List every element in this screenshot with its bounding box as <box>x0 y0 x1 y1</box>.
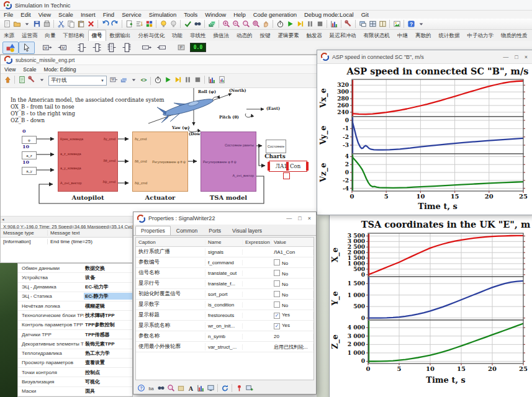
redo-icon[interactable] <box>110 19 120 29</box>
blocks-icon[interactable] <box>144 19 154 29</box>
menu-item[interactable]: Scale <box>19 66 40 73</box>
bulb-on-icon[interactable] <box>158 19 168 29</box>
schematic-titlebar[interactable]: subsonic_missile_eng.prt <box>1 55 317 65</box>
menu-item[interactable]: Scale <box>55 11 77 18</box>
palette-tab[interactable]: 向量 <box>42 30 60 41</box>
library-list-item[interactable]: Обмен данными 数据交换 <box>18 264 132 273</box>
menu-item[interactable]: Insert <box>77 11 99 18</box>
library-list-item[interactable]: Маски 面具 <box>18 387 132 396</box>
menu-item[interactable]: File <box>0 11 17 18</box>
inport-icon[interactable]: M <box>40 42 55 53</box>
palette-tab[interactable]: 功能 <box>168 30 186 41</box>
menu-item[interactable]: Find <box>99 11 118 18</box>
palette-tab[interactable]: 统计数据 <box>435 30 464 41</box>
delete-icon[interactable] <box>86 19 96 29</box>
save-icon[interactable] <box>32 19 42 29</box>
close-button[interactable]: × <box>308 215 311 221</box>
checkbox[interactable] <box>274 259 280 265</box>
source-block-ay[interactable]: a_y <box>22 167 37 175</box>
signal-writer-block[interactable]: ЛА1_Con <box>269 161 307 172</box>
checkbox[interactable] <box>274 291 280 297</box>
property-value[interactable]: No <box>271 259 313 266</box>
checkbox[interactable]: ✓ <box>274 323 280 329</box>
find-icon[interactable] <box>192 19 202 29</box>
library-list-item[interactable]: Просмотр параметров 查看设置 <box>18 359 132 368</box>
palette-tab[interactable]: 按键 <box>256 30 274 41</box>
palette-tab[interactable]: 离散的 <box>412 30 435 41</box>
code-icon[interactable]: <> <box>138 75 148 84</box>
menu-item[interactable]: Help <box>230 11 250 18</box>
column-header[interactable]: Expression <box>243 239 271 245</box>
palette-tab[interactable]: 中子动力学 <box>464 30 498 41</box>
property-value[interactable]: No <box>271 270 313 277</box>
checkbox[interactable]: ✓ <box>274 313 280 319</box>
property-value[interactable]: ✓Yes <box>271 312 313 319</box>
pause-icon[interactable] <box>183 75 192 84</box>
property-row[interactable]: 参数名称 n_symb 20 <box>136 331 313 342</box>
menu-item[interactable]: View <box>1 66 19 73</box>
pause-icon[interactable] <box>305 19 315 29</box>
palette-tab[interactable]: 延迟和冲动 <box>326 30 360 41</box>
param-icon[interactable]: P <box>174 42 189 53</box>
help-circle-icon[interactable]: ? <box>136 383 146 393</box>
property-value[interactable]: No <box>271 280 313 287</box>
minimize-button[interactable]: — <box>286 215 292 221</box>
scroll-left-button[interactable]: ◂ <box>2 217 4 222</box>
mux-wide-icon[interactable] <box>104 42 119 53</box>
minimize-button[interactable]: — <box>503 54 508 60</box>
library-list-item[interactable]: Визуализация 可视化 <box>18 377 132 386</box>
open-file-icon[interactable] <box>12 19 22 29</box>
wrench-icon[interactable] <box>27 75 37 84</box>
property-row[interactable]: 初始化时覆盖信号 sort_port No <box>136 289 313 300</box>
layers-icon[interactable] <box>207 19 217 29</box>
menu-item[interactable]: Tools <box>180 11 201 18</box>
chart-icon[interactable] <box>329 19 339 29</box>
tsa-model-block[interactable]: Регулирование φ θ ψ Состояние ракеты A_o… <box>201 132 256 192</box>
menu-item[interactable]: View <box>35 11 55 18</box>
cursor-icon[interactable] <box>19 42 35 54</box>
menu-item[interactable]: Git <box>358 11 372 18</box>
window-book-icon[interactable] <box>377 19 387 29</box>
selection-handle[interactable] <box>268 162 270 171</box>
palette-tab[interactable]: 动态的 <box>233 30 256 41</box>
run-icon[interactable] <box>285 19 295 29</box>
property-row[interactable]: 信号名称 translate_out No <box>136 268 313 279</box>
paste-icon[interactable] <box>76 19 86 29</box>
properties-tab[interactable]: Visual layers <box>227 226 268 235</box>
schematic-canvas[interactable]: In the American model, the associated co… <box>1 88 317 216</box>
stop-icon[interactable] <box>315 19 325 29</box>
step-icon[interactable] <box>173 75 183 84</box>
menu-item[interactable]: Code generation <box>250 11 300 18</box>
zoom-window-icon[interactable] <box>166 383 176 393</box>
zoom-out-icon[interactable] <box>231 19 241 29</box>
menu-item[interactable]: Debug mode:Local <box>300 11 358 18</box>
caret-icon[interactable] <box>416 19 426 29</box>
menu-item[interactable]: Mode: Editing <box>40 66 80 73</box>
actuator-block[interactable]: δγ_cmd δθ_cmd δψ_cmd Регулирование φ θ ψ <box>132 132 188 192</box>
chart-window-asp-speed[interactable]: ASP speed in connected SC "B", m/s — □ ×… <box>317 50 532 215</box>
property-value[interactable]: ✓Yes <box>271 323 313 329</box>
library-list-item[interactable]: Датчики ТРР TPP传感器 <box>18 330 132 339</box>
save-all-icon[interactable] <box>42 19 52 29</box>
line-style-combobox[interactable]: 平行线 ▼ <box>48 76 107 86</box>
demux-icon[interactable] <box>89 42 104 53</box>
palette-tab[interactable]: 逻辑要素 <box>274 30 303 41</box>
property-value[interactable]: No <box>271 301 313 308</box>
library-list-item[interactable]: Теплогидравлика 热工水力学 <box>18 349 132 359</box>
new-script-icon[interactable] <box>124 19 134 29</box>
mux-icon[interactable] <box>74 42 89 53</box>
library-list-item[interactable]: Декоративные элементы ТРР 装饰元素TPP <box>18 339 132 349</box>
window-tile-icon[interactable] <box>367 19 377 29</box>
copy-icon[interactable] <box>66 19 76 29</box>
property-value[interactable]: No <box>271 291 313 298</box>
column-header[interactable]: Message type <box>1 230 48 236</box>
stopwatch-icon[interactable] <box>153 75 163 84</box>
check-model-icon[interactable] <box>183 19 192 29</box>
zoom-window-icon[interactable] <box>241 19 251 29</box>
writer-sub-handle[interactable] <box>283 172 290 179</box>
chart-window-tsa-coordinates[interactable]: TSA coordinates in the UK "E", m05001 00… <box>329 214 532 397</box>
bus-in-icon[interactable] <box>139 42 154 53</box>
properties-tab[interactable]: Properties <box>135 226 171 235</box>
window-add-icon[interactable] <box>244 383 254 393</box>
menu-item[interactable]: Service <box>118 11 145 18</box>
